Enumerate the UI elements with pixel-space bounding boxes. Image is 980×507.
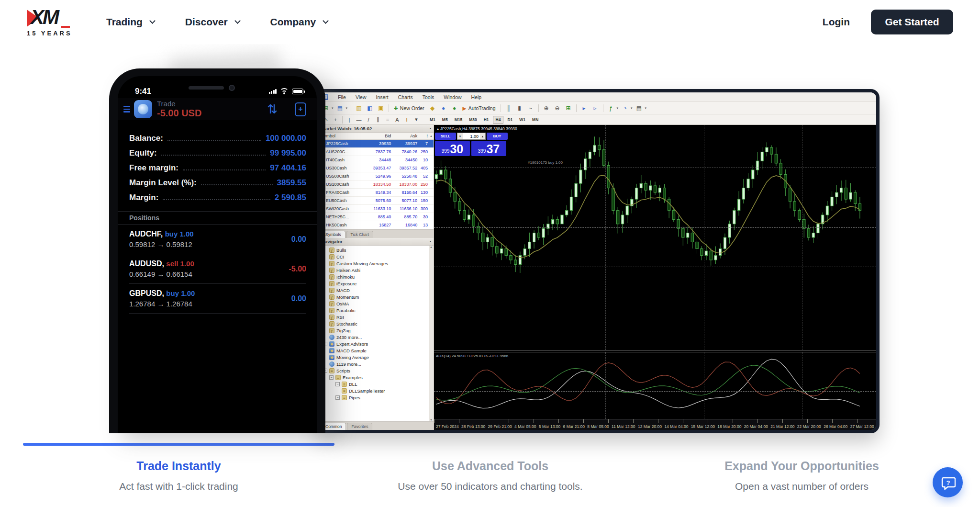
shapes-tool-icon[interactable]: ▾ xyxy=(412,116,420,124)
market-watch-row[interactable]: SWI20Cash 11633.1011636.10300 xyxy=(319,205,434,213)
volume-value[interactable]: 1.00 xyxy=(463,134,480,139)
trendline-tool-icon[interactable]: / xyxy=(365,116,372,124)
navigator-item[interactable]: ◆ Moving Average xyxy=(319,354,434,361)
new-chart-caret-icon[interactable]: ▾ xyxy=(332,106,334,110)
collapse-icon[interactable]: − xyxy=(335,395,340,400)
navigator-item[interactable]: ƒ Stochastic xyxy=(319,320,434,327)
navigator-item[interactable]: ƒ CCI xyxy=(319,253,434,260)
market-watch-row[interactable]: JP225Cash 39930399377 xyxy=(319,140,434,148)
market-watch-row[interactable]: NETH25C... 885.40885.7030 xyxy=(319,213,434,221)
timeframe-W1[interactable]: W1 xyxy=(516,116,528,124)
market-watch-row[interactable]: US30Cash 39353.4739357.52405 xyxy=(319,164,434,172)
navigator-item[interactable]: ƒ iExposure xyxy=(319,280,434,287)
collapse-icon[interactable]: − xyxy=(329,375,334,380)
market-watch-row[interactable]: AUS200C... 7837.767840.26250 xyxy=(319,148,434,156)
auto-scroll-icon[interactable]: ▸ xyxy=(580,104,589,113)
navigator-item[interactable]: ƒ Heiken Ashi xyxy=(319,267,434,273)
nav-item-company[interactable]: Company xyxy=(270,16,328,28)
navigator-item[interactable]: −≡ Examples xyxy=(319,374,434,381)
buy-price-box[interactable]: 399 37 xyxy=(471,141,506,156)
line-chart-mode-icon[interactable]: ~ xyxy=(526,104,535,113)
navigator-item[interactable]: −≡ DLL xyxy=(319,381,434,387)
fibonacci-tool-icon[interactable]: ≡ xyxy=(384,116,391,124)
bar-chart-mode-icon[interactable]: ║ xyxy=(504,104,513,113)
sort-transfer-icon[interactable]: ⇅ xyxy=(267,103,278,115)
menu-charts[interactable]: Charts xyxy=(398,94,413,100)
navigator-close-icon[interactable]: ▪ xyxy=(430,239,431,244)
label-tool-icon[interactable]: T xyxy=(403,116,411,124)
scroll-up-icon[interactable]: ▲ xyxy=(429,135,434,137)
hamburger-menu-icon[interactable] xyxy=(123,106,130,113)
market-watch-row[interactable]: HK50Cash 168271684013 xyxy=(319,221,434,229)
timeframe-MN[interactable]: MN xyxy=(529,116,541,124)
timeframe-M5[interactable]: M5 xyxy=(439,116,451,124)
menu-tools[interactable]: Tools xyxy=(423,94,434,100)
navigator-item[interactable]: ƒ ZigZag xyxy=(319,327,434,334)
timeframe-H1[interactable]: H1 xyxy=(481,116,492,124)
profiles-icon[interactable]: ▤ xyxy=(336,104,345,113)
nav-item-discover[interactable]: Discover xyxy=(185,16,240,28)
navigator-item[interactable]: 1119 more... xyxy=(319,361,434,367)
text-tool-icon[interactable]: A xyxy=(393,116,401,124)
autotrading-button[interactable]: ▶ AutoTrading xyxy=(461,105,497,111)
zoom-in-icon[interactable]: ⊕ xyxy=(542,104,551,113)
market-watch-row[interactable]: IT40Cash 344483445010 xyxy=(319,156,434,164)
chart-shift-icon[interactable]: ▹ xyxy=(591,104,600,113)
navigator-item[interactable]: ◆ MACD Sample xyxy=(319,347,434,354)
market-watch-close-icon[interactable]: ▪ xyxy=(430,126,431,131)
support-chat-button[interactable]: ? xyxy=(933,467,963,497)
indicators-caret-icon[interactable]: ▾ xyxy=(617,106,619,110)
price-pane[interactable]: ▴ JP225Cash,H4 39875 39945 39840 39930 S… xyxy=(434,125,876,350)
tab-favorites[interactable]: Favorites xyxy=(347,423,372,430)
volume-stepper[interactable]: ▼ 1.00 ▲ xyxy=(457,133,486,140)
candlestick-mode-icon[interactable]: ▮ xyxy=(515,104,524,113)
market-icon[interactable]: ● xyxy=(450,104,459,113)
tile-windows-icon[interactable]: ⊞ xyxy=(564,104,573,113)
position-row[interactable]: AUDCHF, buy 1.00 0.59812 → 0.59812 0.00 xyxy=(129,225,306,254)
position-row[interactable]: AUDUSD, sell 1.00 0.66149 → 0.66154 -5.0… xyxy=(129,254,306,284)
sell-price-box[interactable]: 399 30 xyxy=(435,141,470,156)
position-row[interactable]: GBPUSD, buy 1.00 1.26784 → 1.26784 0.00 xyxy=(129,284,306,314)
feature-tab-trade-instantly[interactable]: Trade Instantly Act fast with 1-click tr… xyxy=(23,443,334,492)
periods-icon[interactable]: ◔ xyxy=(621,104,629,113)
profiles-caret-icon[interactable]: ▾ xyxy=(346,106,348,110)
navigator-icon[interactable]: ▣ xyxy=(377,104,385,113)
menu-window[interactable]: Window xyxy=(444,94,461,100)
xm-logo[interactable]: XM 15 YEARS xyxy=(27,8,84,37)
market-watch-row[interactable]: US100Cash 18334.5018337.00250 xyxy=(319,180,434,189)
crosshair-tool-icon[interactable]: + xyxy=(332,116,339,124)
vertical-line-tool-icon[interactable]: | xyxy=(345,116,353,124)
market-watch-icon[interactable]: ▥ xyxy=(355,104,363,113)
indicators-icon[interactable]: ƒ xyxy=(607,104,615,113)
periods-caret-icon[interactable]: ▾ xyxy=(631,106,633,110)
navigator-item[interactable]: ƒ MACD xyxy=(319,287,434,293)
zoom-out-icon[interactable]: ⊖ xyxy=(553,104,562,113)
collapse-icon[interactable]: − xyxy=(335,382,340,386)
navigator-item[interactable]: −≡ Scripts xyxy=(319,367,434,374)
navigator-scrollbar[interactable]: ▲▼ xyxy=(429,246,434,421)
menu-insert[interactable]: Insert xyxy=(376,94,389,100)
navigator-item[interactable]: ƒ OsMA xyxy=(319,300,434,307)
adx-indicator-pane[interactable]: ADX(14) 24.5098 +DI:25.8176 -DI:11.9566 xyxy=(434,352,876,419)
data-window-icon[interactable]: ◧ xyxy=(366,104,374,113)
feature-tab-use-advanced-tools[interactable]: Use Advanced Tools Use over 50 indicator… xyxy=(334,443,646,492)
timeframe-M1[interactable]: M1 xyxy=(427,116,438,124)
volume-down-icon[interactable]: ▼ xyxy=(457,133,463,139)
timeframe-H4[interactable]: H4 xyxy=(493,116,504,124)
templates-caret-icon[interactable]: ▾ xyxy=(645,106,647,110)
volume-up-icon[interactable]: ▲ xyxy=(480,133,485,139)
sell-button[interactable]: SELL xyxy=(435,133,456,140)
tab-tick-chart[interactable]: Tick Chart xyxy=(346,231,373,238)
new-order-icon[interactable] xyxy=(295,102,306,116)
new-order-button[interactable]: ✚ New Order xyxy=(392,105,426,111)
timeframe-M15[interactable]: M15 xyxy=(452,116,466,124)
horizontal-line-tool-icon[interactable]: — xyxy=(355,116,363,124)
navigator-item[interactable]: ƒ RSI xyxy=(319,314,434,320)
nav-item-trading[interactable]: Trading xyxy=(106,16,155,28)
market-watch-row[interactable]: US500Cash 5249.965250.4852 xyxy=(319,172,434,180)
navigator-item[interactable]: ƒ Parabolic xyxy=(319,307,434,314)
login-link[interactable]: Login xyxy=(823,16,850,28)
buy-button[interactable]: BUY xyxy=(487,133,508,140)
timeframe-D1[interactable]: D1 xyxy=(504,116,515,124)
channel-tool-icon[interactable]: ∥ xyxy=(374,116,382,124)
